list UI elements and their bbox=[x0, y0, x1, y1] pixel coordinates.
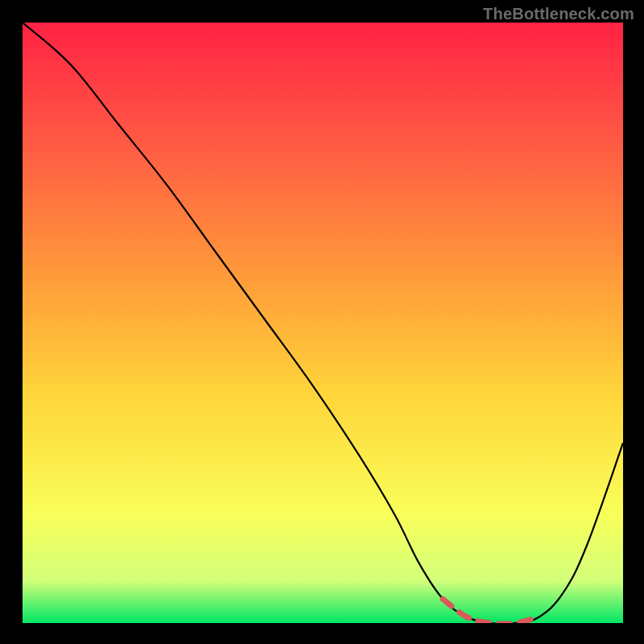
gradient-background bbox=[23, 23, 623, 623]
watermark-text: TheBottleneck.com bbox=[483, 5, 634, 23]
chart-svg bbox=[23, 23, 623, 623]
plot-area bbox=[23, 23, 623, 623]
chart-container: TheBottleneck.com bbox=[0, 0, 644, 644]
